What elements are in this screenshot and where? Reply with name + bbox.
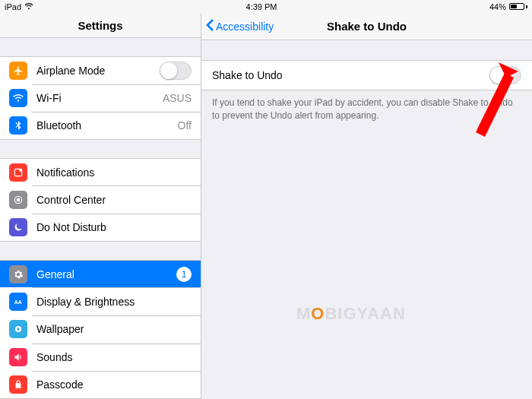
row-value: ASUS xyxy=(163,92,192,104)
battery-icon xyxy=(509,3,527,10)
row-label: General xyxy=(36,268,167,280)
sidebar-item-control-center[interactable]: Control Center xyxy=(0,185,201,214)
row-value: Off xyxy=(178,119,192,131)
chevron-left-icon xyxy=(206,18,214,34)
status-bar: iPad 4:39 PM 44% xyxy=(0,0,532,13)
sidebar-item-airplane[interactable]: Airplane Mode xyxy=(0,56,201,84)
notifications-icon xyxy=(9,163,27,182)
row-label: Display & Brightness xyxy=(36,296,192,308)
wallpaper-icon xyxy=(9,320,27,338)
sidebar-item-passcode[interactable]: Passcode xyxy=(0,371,201,399)
settings-sidebar: Settings Airplane Mode Wi-Fi ASUS Blueto… xyxy=(0,13,201,399)
sidebar-item-display[interactable]: AA Display & Brightness xyxy=(0,287,201,315)
display-icon: AA xyxy=(9,293,27,311)
back-button[interactable]: Accessibility xyxy=(206,18,274,34)
row-label: Bluetooth xyxy=(36,119,169,131)
sidebar-item-wallpaper[interactable]: Wallpaper xyxy=(0,315,201,344)
watermark: MOBIGYAAN xyxy=(296,304,406,324)
detail-pane: Accessibility Shake to Undo Shake to Und… xyxy=(201,13,532,399)
row-label: Wallpaper xyxy=(36,323,192,335)
detail-title: Shake to Undo xyxy=(327,20,407,33)
detail-row-label: Shake to Undo xyxy=(212,69,283,81)
row-label: Sounds xyxy=(36,351,192,363)
row-label: Control Center xyxy=(36,194,192,206)
svg-point-1 xyxy=(19,169,22,172)
row-label: Passcode xyxy=(36,378,192,391)
shake-to-undo-row: Shake to Undo xyxy=(201,60,532,90)
sidebar-item-notifications[interactable]: Notifications xyxy=(0,158,201,186)
svg-point-3 xyxy=(17,198,20,201)
row-label: Do Not Disturb xyxy=(36,221,192,233)
sidebar-item-dnd[interactable]: Do Not Disturb xyxy=(0,214,201,242)
wifi-icon xyxy=(24,2,33,11)
svg-point-6 xyxy=(17,328,20,331)
svg-text:AA: AA xyxy=(14,299,22,305)
badge-count: 1 xyxy=(176,267,192,282)
bluetooth-icon xyxy=(9,116,27,135)
gear-icon xyxy=(9,265,27,283)
clock: 4:39 PM xyxy=(246,2,277,11)
sidebar-item-bluetooth[interactable]: Bluetooth Off xyxy=(0,112,201,140)
row-label: Notifications xyxy=(36,166,192,179)
sidebar-title: Settings xyxy=(0,13,201,38)
shake-to-undo-toggle[interactable] xyxy=(489,66,521,84)
passcode-icon xyxy=(9,375,27,394)
moon-icon xyxy=(9,218,27,236)
row-label: Wi-Fi xyxy=(36,92,154,104)
sidebar-item-general[interactable]: General 1 xyxy=(0,260,201,288)
back-label: Accessibility xyxy=(216,21,274,33)
sidebar-item-sounds[interactable]: Sounds xyxy=(0,344,201,372)
sidebar-item-wifi[interactable]: Wi-Fi ASUS xyxy=(0,84,201,112)
device-label: iPad xyxy=(5,2,21,11)
airplane-icon xyxy=(9,62,27,80)
row-label: Airplane Mode xyxy=(36,65,150,77)
battery-percent: 44% xyxy=(489,2,506,11)
sounds-icon xyxy=(9,348,27,366)
airplane-toggle[interactable] xyxy=(160,62,192,80)
control-center-icon xyxy=(9,191,27,209)
wifi-icon xyxy=(9,89,27,107)
helper-text: If you tend to shake your iPad by accide… xyxy=(201,90,532,128)
